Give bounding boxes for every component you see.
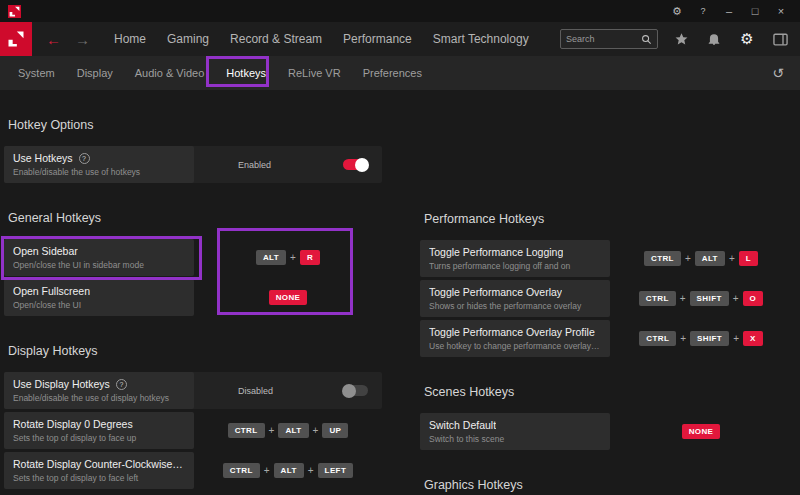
row-control-area: Disabled: [194, 372, 382, 409]
row-control-area: CTRL+SHIFT+O: [610, 280, 792, 317]
gear-glyph: ⚙: [740, 30, 753, 48]
key-badge-shift[interactable]: SHIFT: [690, 291, 729, 306]
row-control-area: NONE: [610, 413, 792, 450]
section-heading-graphics-hotkeys: Graphics Hotkeys: [424, 478, 792, 492]
info-question-icon[interactable]: ?: [116, 379, 127, 390]
nav-item-gaming[interactable]: Gaming: [167, 32, 209, 46]
plus-separator: +: [685, 253, 691, 264]
amd-arrow-icon: [6, 29, 26, 49]
hotkey-label-card[interactable]: Use Display Hotkeys?Enable/disable the u…: [4, 372, 194, 409]
close-button[interactable]: ×: [768, 0, 794, 22]
toggle-state-label: Enabled: [238, 160, 271, 170]
key-badge-r[interactable]: R: [300, 250, 320, 265]
key-badge-none[interactable]: NONE: [269, 290, 308, 305]
help-icon[interactable]: ?: [690, 0, 716, 22]
plus-separator: +: [733, 293, 739, 304]
hotkey-label-card[interactable]: Toggle Performance OverlayShows or hides…: [420, 280, 610, 317]
nav-item-smart-technology[interactable]: Smart Technology: [433, 32, 529, 46]
hotkey-row-toggle-performance-logging: Toggle Performance LoggingTurns performa…: [420, 240, 792, 277]
nav-item-home[interactable]: Home: [114, 32, 146, 46]
tab-relive-vr[interactable]: ReLive VR: [286, 63, 343, 83]
hotkey-label-card[interactable]: Rotate Display Counter-Clockwise 90 De..…: [4, 452, 194, 489]
plus-separator: +: [733, 333, 739, 344]
row-title: Use Display Hotkeys: [13, 378, 110, 390]
sidebar-panel-icon[interactable]: [770, 29, 790, 49]
key-badge-ctrl[interactable]: CTRL: [639, 331, 676, 346]
hotkey-row-open-sidebar: Open SidebarOpen/close the UI in sidebar…: [4, 239, 382, 276]
tab-system[interactable]: System: [16, 63, 57, 83]
hotkey-row-use-hotkeys: Use Hotkeys?Enable/disable the use of ho…: [4, 146, 382, 183]
amd-logo-button[interactable]: [0, 22, 32, 56]
plus-separator: +: [729, 253, 735, 264]
plus-separator: +: [680, 293, 686, 304]
amd-logo-small-icon: [8, 5, 21, 18]
hotkey-row-open-fullscreen: Open FullscreenOpen/close the UINONE: [4, 279, 382, 316]
nav-item-record-stream[interactable]: Record & Stream: [230, 32, 322, 46]
row-title-line: Rotate Display Counter-Clockwise 90 De..…: [13, 458, 185, 470]
row-title: Toggle Performance Overlay: [429, 286, 562, 298]
key-badge-ctrl[interactable]: CTRL: [639, 291, 676, 306]
key-badge-alt[interactable]: ALT: [274, 463, 304, 478]
row-control-area: CTRL+ALT+UP: [194, 412, 382, 449]
hotkey-row-switch-default: Switch DefaultSwitch to this sceneNONE: [420, 413, 792, 450]
hotkey-label-card[interactable]: Open SidebarOpen/close the UI in sidebar…: [4, 239, 194, 276]
key-badge-ctrl[interactable]: CTRL: [228, 423, 265, 438]
nav-item-performance[interactable]: Performance: [343, 32, 412, 46]
hotkey-label-card[interactable]: Open FullscreenOpen/close the UI: [4, 279, 194, 316]
row-subtitle: Switch to this scene: [429, 434, 601, 444]
info-question-icon[interactable]: ?: [79, 153, 90, 164]
row-title: Open Sidebar: [13, 245, 78, 257]
hotkey-label-card[interactable]: Use Hotkeys?Enable/disable the use of ho…: [4, 146, 194, 183]
key-badge-alt[interactable]: ALT: [278, 423, 308, 438]
maximize-button[interactable]: □: [742, 0, 768, 22]
hotkey-label-card[interactable]: Toggle Performance LoggingTurns performa…: [420, 240, 610, 277]
row-title: Use Hotkeys: [13, 152, 73, 164]
hotkey-row-toggle-performance-overlay: Toggle Performance OverlayShows or hides…: [420, 280, 792, 317]
row-title: Open Fullscreen: [13, 285, 90, 297]
key-badge-alt[interactable]: ALT: [695, 251, 725, 266]
settings-gear-icon[interactable]: ⚙: [737, 29, 757, 49]
key-badge-alt[interactable]: ALT: [256, 250, 286, 265]
row-subtitle: Turns performance logging off and on: [429, 261, 601, 271]
back-arrow-icon[interactable]: ←: [46, 31, 61, 48]
key-badge-none[interactable]: NONE: [682, 424, 721, 439]
hotkey-label-card[interactable]: Toggle Performance Overlay ProfileUse ho…: [420, 320, 610, 357]
reset-restore-icon[interactable]: ↺: [772, 65, 784, 81]
plus-separator: +: [269, 425, 275, 436]
search-input[interactable]: [566, 34, 641, 44]
hotkey-label-card[interactable]: Switch DefaultSwitch to this scene: [420, 413, 610, 450]
search-box[interactable]: [560, 29, 658, 49]
gear-icon[interactable]: ⚙: [664, 0, 690, 22]
key-badge-ctrl[interactable]: CTRL: [223, 463, 260, 478]
toggle-state-label: Disabled: [238, 386, 273, 396]
section-heading-performance-hotkeys: Performance Hotkeys: [424, 212, 792, 226]
row-title-line: Switch Default: [429, 419, 601, 431]
hotkey-row-rotate-display-0-degrees: Rotate Display 0 DegreesSets the top of …: [4, 412, 382, 449]
hotkeys-content: Hotkey OptionsUse Hotkeys?Enable/disable…: [0, 90, 800, 495]
tab-preferences[interactable]: Preferences: [361, 63, 424, 83]
toggle-knob: [342, 384, 356, 398]
notifications-bell-icon[interactable]: [704, 29, 724, 49]
hotkey-row-rotate-display-counter-clockwise-90-de: Rotate Display Counter-Clockwise 90 De..…: [4, 452, 382, 489]
tab-hotkeys[interactable]: Hotkeys: [224, 63, 268, 83]
toggle-switch[interactable]: [343, 159, 368, 170]
key-badge-ctrl[interactable]: CTRL: [644, 251, 681, 266]
tabbar-right: ↺: [772, 64, 784, 82]
left-column: Hotkey OptionsUse Hotkeys?Enable/disable…: [4, 90, 382, 489]
key-badge-shift[interactable]: SHIFT: [690, 331, 729, 346]
key-badge-up[interactable]: UP: [322, 423, 348, 438]
key-badge-left[interactable]: LEFT: [318, 463, 354, 478]
minimize-button[interactable]: –: [716, 0, 742, 22]
key-badge-x[interactable]: X: [743, 331, 763, 346]
key-badge-l[interactable]: L: [739, 251, 758, 266]
favorites-star-icon[interactable]: [671, 29, 691, 49]
search-icon: [641, 34, 652, 45]
tab-display[interactable]: Display: [75, 63, 115, 83]
tab-audio-video[interactable]: Audio & Video: [133, 63, 207, 83]
settings-tabbar: SystemDisplayAudio & VideoHotkeysReLive …: [0, 56, 800, 90]
row-title: Rotate Display Counter-Clockwise 90 De..…: [13, 458, 185, 470]
key-badge-o[interactable]: O: [743, 291, 764, 306]
forward-arrow-icon[interactable]: →: [75, 31, 90, 48]
toggle-switch[interactable]: [343, 385, 368, 396]
hotkey-label-card[interactable]: Rotate Display 0 DegreesSets the top of …: [4, 412, 194, 449]
